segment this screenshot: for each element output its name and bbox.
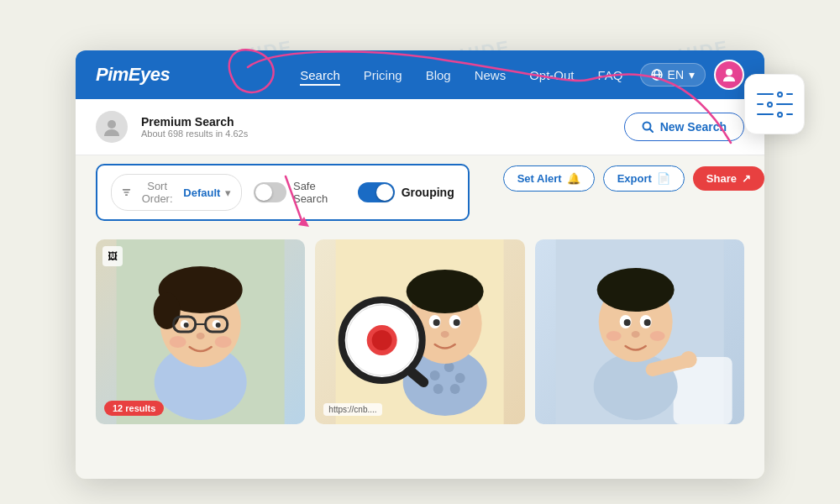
svg-point-45 [372, 330, 392, 350]
language-button[interactable]: EN ▾ [640, 63, 706, 87]
safe-search-label: Safe Search [293, 180, 346, 205]
svg-rect-8 [123, 189, 130, 191]
sort-order-button[interactable]: Sort Order: Default ▾ [111, 174, 242, 211]
pimeyes-logo: PimEyes [96, 64, 170, 86]
card-icon-1: 🖼 [102, 246, 123, 266]
premium-label: Premium Search [141, 115, 611, 129]
svg-point-33 [450, 384, 460, 394]
set-alert-button[interactable]: Set Alert 🔔 [503, 165, 595, 192]
cartoon-figure-2 [315, 239, 524, 424]
svg-point-39 [433, 319, 440, 326]
export-button[interactable]: Export 📄 [603, 165, 685, 192]
sort-label: Sort Order: [136, 180, 178, 205]
filter-bar: Sort Order: Default ▾ Safe Search Groupi… [96, 164, 470, 221]
svg-point-29 [430, 370, 440, 381]
card-url-2: https://cnb.... [323, 403, 381, 416]
svg-point-5 [108, 120, 116, 129]
image-card-3[interactable] [535, 239, 744, 424]
svg-point-53 [596, 268, 674, 312]
svg-point-60 [649, 331, 664, 341]
svg-rect-9 [123, 192, 129, 193]
tuning-icon [757, 92, 793, 118]
nav-search[interactable]: Search [300, 65, 340, 86]
sort-value: Default [183, 186, 220, 199]
svg-point-58 [631, 331, 639, 338]
nav-faq[interactable]: FAQ [598, 65, 623, 86]
lang-label: EN [668, 68, 684, 81]
svg-point-22 [184, 323, 189, 328]
floating-filter-panel[interactable] [744, 74, 805, 134]
svg-point-36 [407, 270, 484, 313]
svg-rect-10 [125, 194, 128, 196]
browser-window: PimEyes Search Pricing Blog News Opt-Out… [76, 50, 764, 479]
svg-point-26 [215, 336, 232, 348]
card-badge-1: 12 results [104, 401, 164, 416]
svg-point-23 [216, 323, 221, 328]
premium-info: Premium Search About 698 results in 4.62… [141, 115, 611, 139]
bell-icon: 🔔 [567, 172, 580, 185]
nav-optout[interactable]: Opt-Out [529, 65, 574, 86]
share-icon: ↗ [742, 172, 751, 185]
nav-pricing[interactable]: Pricing [364, 65, 402, 86]
svg-point-31 [455, 373, 465, 383]
navigation-bar: PimEyes Search Pricing Blog News Opt-Out… [76, 50, 764, 99]
new-search-button[interactable]: New Search [624, 113, 744, 141]
svg-point-4 [726, 69, 732, 76]
svg-point-24 [197, 333, 205, 339]
image-card-1[interactable]: 🖼 [96, 239, 305, 424]
premium-avatar [96, 111, 128, 143]
premium-sublabel: About 698 results in 4.62s [141, 129, 611, 139]
safe-search-group: Safe Search [254, 180, 345, 205]
premium-bar: Premium Search About 698 results in 4.62… [76, 99, 764, 155]
svg-point-41 [441, 331, 449, 338]
share-button[interactable]: Share ↗ [693, 166, 764, 191]
export-icon: 📄 [657, 172, 670, 185]
avatar-icon [102, 118, 121, 136]
nav-blog[interactable]: Blog [426, 65, 451, 86]
grouping-label: Grouping [402, 186, 454, 199]
user-icon [722, 67, 737, 82]
chevron-down-icon: ▾ [689, 68, 695, 81]
svg-point-59 [606, 331, 621, 341]
svg-point-16 [154, 292, 181, 329]
safe-search-toggle[interactable] [254, 182, 286, 202]
profile-button[interactable] [714, 60, 744, 90]
svg-point-32 [433, 384, 444, 394]
nav-links: Search Pricing Blog News Opt-Out FAQ [300, 65, 622, 86]
globe-icon [651, 69, 663, 81]
image-card-2[interactable]: https://cnb.... [315, 239, 524, 424]
svg-point-57 [643, 319, 650, 326]
cartoon-figure-1 [96, 239, 305, 424]
grouping-toggle[interactable] [358, 182, 395, 202]
svg-point-25 [170, 336, 186, 348]
nav-news[interactable]: News [475, 65, 507, 86]
sort-chevron-icon: ▾ [225, 186, 231, 199]
svg-point-50 [680, 351, 696, 368]
sort-icon [122, 186, 131, 198]
image-grid: 🖼 [76, 229, 764, 434]
grouping-group: Grouping [358, 182, 454, 202]
svg-point-56 [623, 319, 630, 326]
cartoon-figure-3 [535, 239, 744, 424]
action-buttons: Set Alert 🔔 Export 📄 Share ↗ [490, 155, 764, 192]
search-icon [642, 121, 654, 133]
content-area: Premium Search About 698 results in 4.62… [76, 99, 764, 479]
svg-point-40 [454, 319, 460, 326]
svg-line-7 [649, 129, 653, 133]
